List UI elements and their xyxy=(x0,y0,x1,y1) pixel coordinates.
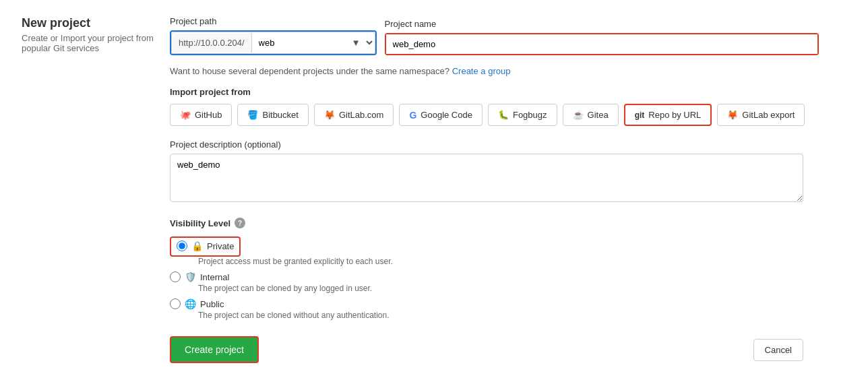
page-subtitle: Create or Import your project from popul… xyxy=(22,33,156,53)
gitlab-export-label: GitLab export xyxy=(742,110,795,120)
import-repo-url-button[interactable]: git Repo by URL xyxy=(624,104,712,126)
import-buttons-container: 🐙 GitHub 🪣 Bitbucket 🦊 GitLab.com G Goog… xyxy=(170,104,846,126)
public-desc: The project can be cloned without any au… xyxy=(198,311,846,320)
import-gitlab-export-button[interactable]: 🦊 GitLab export xyxy=(717,104,805,126)
lock-icon: 🔒 xyxy=(191,241,203,251)
import-google-button[interactable]: G Google Code xyxy=(399,104,483,126)
page-title: New project xyxy=(22,16,170,30)
create-group-link[interactable]: Create a group xyxy=(452,66,511,76)
private-radio[interactable] xyxy=(177,241,187,251)
internal-radio-row: 🛡️ Internal xyxy=(170,272,846,282)
gitlab-icon: 🦊 xyxy=(324,110,335,120)
import-fogbugz-button[interactable]: 🐛 Fogbugz xyxy=(488,104,557,126)
project-name-wrapper xyxy=(385,33,819,55)
project-path-prefix: http://10.0.0.204/ xyxy=(172,33,252,53)
gitea-label: Gitea xyxy=(588,110,609,120)
project-path-group: http://10.0.0.204/ ▼ xyxy=(171,32,375,54)
project-name-label: Project name xyxy=(385,19,819,29)
public-label: Public xyxy=(200,299,224,309)
internal-radio[interactable] xyxy=(170,272,181,282)
google-icon: G xyxy=(409,110,416,121)
github-label: GitHub xyxy=(195,110,222,120)
internal-desc: The project can be cloned by any logged … xyxy=(198,284,846,293)
visibility-help-icon[interactable]: ? xyxy=(235,218,245,228)
fogbugz-icon: 🐛 xyxy=(498,110,509,120)
description-label: Project description (optional) xyxy=(170,139,846,150)
bitbucket-label: Bitbucket xyxy=(262,110,298,120)
visibility-section: Visibility Level ? 🔒 Private Project acc… xyxy=(170,218,846,320)
project-description-input[interactable]: web_demo xyxy=(170,154,803,202)
visibility-label: Visibility Level xyxy=(170,218,230,228)
private-highlight-box: 🔒 Private xyxy=(170,236,241,257)
private-desc: Project access must be granted explicitl… xyxy=(198,257,846,266)
internal-option: 🛡️ Internal The project can be cloned by… xyxy=(170,272,846,293)
actions-row: Create project Cancel xyxy=(170,336,803,363)
gitlab-export-icon: 🦊 xyxy=(727,110,738,120)
import-github-button[interactable]: 🐙 GitHub xyxy=(170,104,232,126)
private-option: 🔒 Private Project access must be granted… xyxy=(170,236,846,266)
repo-url-label: Repo by URL xyxy=(648,110,701,120)
group-link-row: Want to house several dependent projects… xyxy=(170,66,846,76)
shield-icon: 🛡️ xyxy=(185,272,196,282)
import-bitbucket-button[interactable]: 🪣 Bitbucket xyxy=(237,104,308,126)
private-radio-row: 🔒 Private xyxy=(177,241,234,251)
group-link-text: Want to house several dependent projects… xyxy=(170,66,450,76)
private-label: Private xyxy=(207,241,234,251)
bitbucket-icon: 🪣 xyxy=(247,110,258,120)
internal-label: Internal xyxy=(200,272,229,282)
repo-url-icon: git xyxy=(635,110,645,120)
fogbugz-label: Fogbugz xyxy=(513,110,547,120)
project-path-label: Project path xyxy=(170,16,377,26)
gitlab-label: GitLab.com xyxy=(339,110,383,120)
visibility-title: Visibility Level ? xyxy=(170,218,846,228)
project-path-dropdown[interactable]: ▼ xyxy=(346,32,375,53)
import-gitea-button[interactable]: ☕ Gitea xyxy=(563,104,619,126)
public-radio[interactable] xyxy=(170,298,181,309)
import-gitlab-button[interactable]: 🦊 GitLab.com xyxy=(314,104,394,126)
github-icon: 🐙 xyxy=(180,110,191,120)
project-path-wrapper: http://10.0.0.204/ ▼ xyxy=(170,30,377,55)
project-name-input[interactable] xyxy=(386,34,817,54)
globe-icon: 🌐 xyxy=(185,298,196,309)
create-project-button[interactable]: Create project xyxy=(170,336,259,363)
google-label: Google Code xyxy=(421,110,472,120)
project-path-input[interactable] xyxy=(252,33,346,53)
public-option: 🌐 Public The project can be cloned witho… xyxy=(170,298,846,320)
import-section-label: Import project from xyxy=(170,87,846,97)
gitea-icon: ☕ xyxy=(573,110,584,120)
cancel-button[interactable]: Cancel xyxy=(753,339,803,361)
public-radio-row: 🌐 Public xyxy=(170,298,846,309)
